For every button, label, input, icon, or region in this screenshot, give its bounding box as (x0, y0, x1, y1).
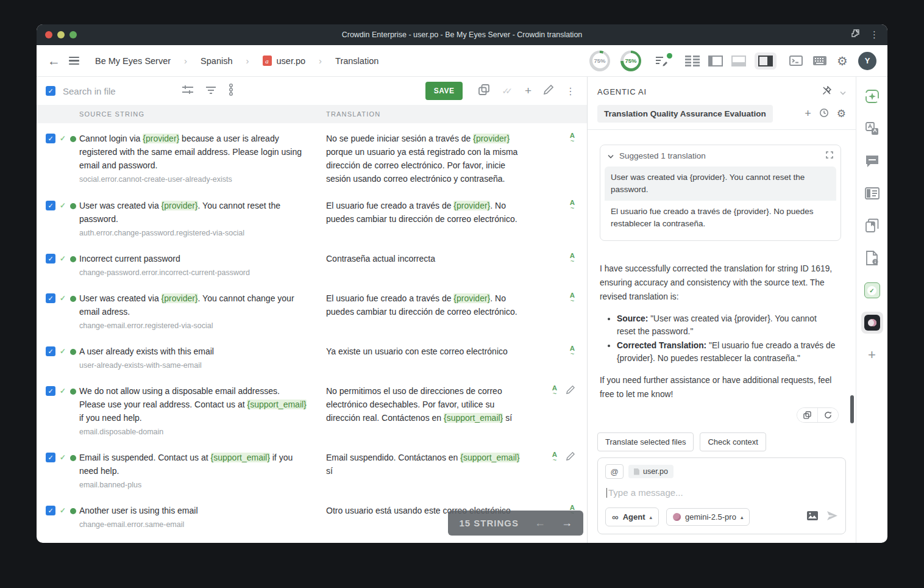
previous-page-icon[interactable]: ← (535, 517, 546, 529)
row-checkbox[interactable]: ✓ (46, 506, 55, 515)
copy-source-icon[interactable] (478, 84, 489, 98)
glossary-icon[interactable] (861, 215, 883, 237)
table-row[interactable]: ✓✓ User was created via {provider}. Plea… (37, 535, 587, 543)
approved-check-icon: ✓ (60, 386, 66, 396)
sort-filter-icon[interactable] (206, 85, 216, 96)
spellcheck-icon[interactable]: A~ (570, 253, 575, 278)
unpin-icon[interactable] (822, 86, 831, 98)
translation-string: No permitimos el uso de direcciones de c… (326, 384, 542, 437)
save-button[interactable]: SAVE (425, 82, 463, 100)
agentic-ai-app-icon[interactable] (861, 312, 883, 334)
suggested-header: Suggested 1 translation (619, 151, 706, 160)
caret-up-icon: ▴ (741, 514, 744, 520)
translation-progress-ring[interactable]: 75% (589, 51, 610, 71)
layout-side-by-side-icon[interactable] (685, 56, 700, 66)
add-string-icon[interactable]: + (525, 84, 531, 98)
table-row[interactable]: ✓✓ User was created via {provider}. You … (37, 190, 587, 243)
panel-scrollbar[interactable] (850, 395, 854, 423)
row-checkbox[interactable]: ✓ (46, 293, 55, 303)
collapse-panel-icon[interactable] (840, 87, 846, 98)
next-page-icon[interactable]: → (561, 517, 572, 529)
spellcheck-icon[interactable]: A~ (570, 346, 575, 371)
spellcheck-icon[interactable]: A~ (570, 293, 575, 331)
table-row[interactable]: ✓✓ Email is suspended. Contact us at {su… (37, 442, 587, 495)
breadcrumb-file[interactable]: a user.po (263, 56, 306, 66)
edit-string-icon[interactable] (544, 85, 553, 97)
new-chat-icon[interactable]: + (805, 107, 811, 120)
table-row[interactable]: ✓✓ Incorrect current passwordchange-pass… (37, 243, 587, 283)
agentic-ai-panel: AGENTIC AI Translation Quality Assurance… (588, 77, 856, 543)
comments-icon[interactable] (861, 150, 883, 172)
edit-icon[interactable] (566, 452, 575, 490)
linked-strings-icon[interactable] (229, 84, 233, 98)
browser-menu-icon[interactable]: ⋮ (870, 29, 879, 40)
layout-right-panel-icon[interactable] (755, 52, 777, 70)
spellcheck-icon[interactable]: A~ (570, 200, 575, 238)
chevron-down-icon[interactable] (608, 151, 614, 160)
table-row[interactable]: ✓✓ Cannot login via {provider} because a… (37, 123, 587, 190)
string-key: change-email.error.registered-via-social (79, 320, 308, 331)
minimize-window-button[interactable] (57, 31, 65, 38)
settings-gear-icon[interactable]: ⚙ (837, 54, 848, 68)
approve-all-icon[interactable]: ✓✓ (502, 86, 512, 96)
drafts-icon[interactable] (655, 56, 669, 66)
model-select[interactable]: gemini-2.5-pro ▴ (666, 508, 750, 526)
user-avatar[interactable]: Y (858, 52, 876, 70)
message-composer[interactable]: @ user.po Type a message... ∞ Agent (597, 457, 846, 534)
layout-left-panel-icon[interactable] (708, 56, 723, 66)
copy-message-icon[interactable] (797, 408, 817, 422)
file-context-icon[interactable] (861, 247, 883, 269)
layout-bottom-panel-icon[interactable] (731, 56, 746, 66)
row-checkbox[interactable]: ✓ (46, 134, 55, 143)
send-icon[interactable] (826, 511, 838, 523)
message-input[interactable]: Type a message... (606, 487, 837, 498)
expand-icon[interactable] (826, 151, 833, 160)
spellcheck-icon[interactable]: A~ (570, 133, 575, 185)
close-window-button[interactable] (45, 31, 52, 38)
table-row[interactable]: ✓✓ User was created via {provider}. You … (37, 283, 587, 336)
history-icon[interactable] (819, 108, 829, 120)
panel-settings-icon[interactable]: ⚙ (837, 107, 846, 120)
approval-progress-ring[interactable]: 75% (620, 51, 641, 71)
main-menu-icon[interactable] (69, 57, 79, 65)
agent-mode-select[interactable]: ∞ Agent ▴ (605, 507, 659, 526)
machine-translation-icon[interactable] (861, 118, 883, 140)
table-row[interactable]: ✓✓ We do not allow using a disposable em… (37, 376, 587, 442)
advanced-filter-icon[interactable] (182, 85, 193, 97)
table-row[interactable]: ✓✓ A user already exists with this email… (37, 336, 587, 376)
check-context-button[interactable]: Check context (700, 432, 766, 451)
regenerate-icon[interactable] (817, 408, 838, 422)
tab-quality-assurance[interactable]: Translation Quality Assurance Evaluation (597, 105, 773, 123)
attached-file-chip[interactable]: user.po (628, 465, 673, 478)
zoom-window-button[interactable] (69, 31, 77, 38)
spellcheck-icon[interactable]: A~ (552, 452, 557, 490)
search-input[interactable] (63, 86, 166, 96)
row-checkbox[interactable]: ✓ (46, 453, 55, 462)
mention-button[interactable]: @ (605, 464, 624, 479)
source-string: Another user is using this email (79, 504, 308, 517)
add-app-icon[interactable]: + (861, 344, 883, 366)
keyboard-shortcuts-icon[interactable] (813, 56, 826, 65)
row-checkbox[interactable]: ✓ (46, 346, 55, 356)
row-checkbox[interactable]: ✓ (46, 201, 55, 210)
spellcheck-icon[interactable]: A~ (552, 385, 557, 437)
more-options-icon[interactable]: ⋮ (566, 85, 575, 97)
row-checkbox[interactable]: ✓ (46, 254, 55, 264)
extensions-icon[interactable] (850, 29, 860, 41)
suggested-source-text[interactable]: User was created via {provider}. You can… (605, 167, 836, 201)
ai-prompts-icon[interactable] (861, 85, 883, 107)
suggested-translation-text[interactable]: El usuario fue creado a través de {provi… (605, 201, 836, 236)
row-checkbox[interactable]: ✓ (46, 386, 55, 396)
translation-memory-icon[interactable] (861, 182, 883, 204)
breadcrumb-mode[interactable]: Translation (335, 56, 378, 66)
translate-selected-files-button[interactable]: Translate selected files (597, 432, 694, 451)
breadcrumb-project[interactable]: Be My Eyes Server (95, 56, 171, 66)
edit-icon[interactable] (566, 385, 575, 437)
breadcrumb-language[interactable]: Spanish (201, 56, 232, 66)
attach-image-icon[interactable] (807, 511, 818, 523)
title-bar: Crowdin Enterprise - user.po - Be My Eye… (37, 24, 887, 45)
qa-checks-app-icon[interactable]: ✓ (861, 279, 883, 301)
back-button[interactable]: ← (48, 54, 60, 68)
select-all-checkbox[interactable]: ✓ (46, 86, 55, 96)
console-icon[interactable] (789, 56, 803, 66)
